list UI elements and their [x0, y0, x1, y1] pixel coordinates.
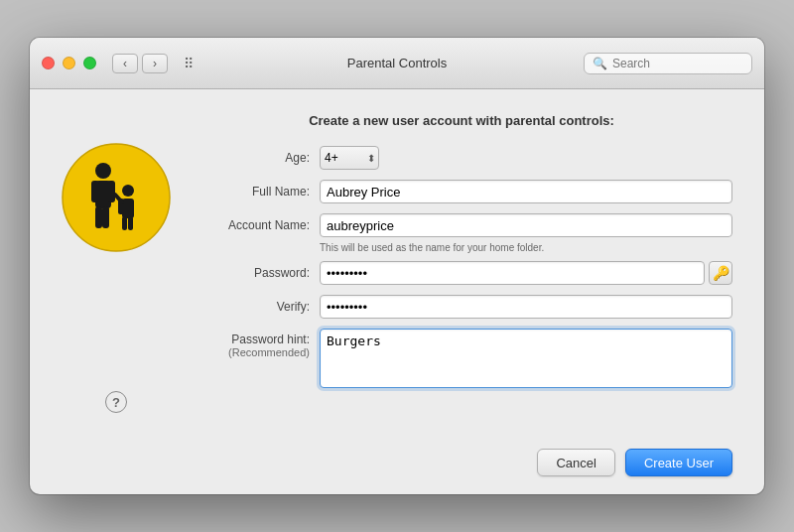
- hint-label-main: Password hint:: [191, 332, 310, 346]
- age-row: Age: 4+ 9+ 12+ 17+: [191, 146, 732, 170]
- search-box[interactable]: 🔍: [584, 53, 752, 74]
- svg-rect-3: [91, 181, 99, 202]
- parental-controls-icon: [62, 143, 171, 252]
- close-button[interactable]: [42, 57, 55, 69]
- fullname-row: Full Name:: [191, 180, 732, 203]
- age-select-container[interactable]: 4+ 9+ 12+ 17+: [320, 146, 379, 170]
- form-area: Create a new user account with parental …: [191, 113, 732, 413]
- password-wrapper: 🔑: [320, 261, 732, 285]
- verify-label: Verify:: [191, 300, 320, 314]
- svg-point-1: [95, 163, 111, 179]
- svg-rect-11: [128, 216, 133, 230]
- age-label: Age:: [191, 151, 320, 165]
- minimize-button[interactable]: [63, 57, 75, 69]
- hint-label: Password hint: (Recommended): [191, 329, 320, 358]
- age-select[interactable]: 4+ 9+ 12+ 17+: [320, 146, 379, 170]
- fullname-label: Full Name:: [191, 185, 320, 199]
- hint-row: Password hint: (Recommended) Burgers: [191, 329, 732, 388]
- verify-row: Verify:: [191, 295, 732, 319]
- hint-label-sub: (Recommended): [191, 346, 310, 358]
- svg-rect-4: [107, 181, 115, 202]
- back-button[interactable]: ‹: [112, 54, 138, 73]
- main-window: ‹ › ⠿ Parental Controls 🔍: [30, 38, 764, 494]
- cancel-button[interactable]: Cancel: [537, 449, 614, 476]
- fullname-input[interactable]: [320, 180, 732, 203]
- search-input[interactable]: [612, 57, 743, 70]
- forward-button[interactable]: ›: [142, 54, 168, 73]
- footer: Cancel Create User: [30, 437, 764, 494]
- grid-button[interactable]: ⠿: [176, 54, 201, 73]
- titlebar: ‹ › ⠿ Parental Controls 🔍: [30, 38, 764, 89]
- help-button[interactable]: ?: [105, 391, 127, 413]
- password-input[interactable]: [320, 261, 705, 285]
- password-row: Password: 🔑: [191, 261, 732, 285]
- verify-input[interactable]: [320, 295, 732, 319]
- accountname-label: Account Name:: [191, 218, 320, 232]
- accountname-input[interactable]: [320, 213, 732, 237]
- svg-rect-6: [102, 206, 109, 228]
- key-button[interactable]: 🔑: [709, 261, 732, 285]
- hint-textarea[interactable]: Burgers: [320, 329, 732, 388]
- form-heading: Create a new user account with parental …: [191, 113, 732, 128]
- window-title: Parental Controls: [347, 56, 447, 70]
- accountname-row: Account Name:: [191, 213, 732, 237]
- maximize-button[interactable]: [83, 57, 96, 69]
- icon-area: ?: [62, 113, 171, 413]
- svg-rect-5: [95, 206, 102, 228]
- svg-point-7: [122, 185, 134, 197]
- password-label: Password:: [191, 266, 320, 280]
- traffic-lights: [42, 57, 96, 69]
- content-area: ? Create a new user account with parenta…: [30, 89, 764, 437]
- svg-rect-10: [122, 216, 127, 230]
- create-user-button[interactable]: Create User: [625, 449, 732, 476]
- nav-buttons: ‹ ›: [112, 54, 168, 73]
- accountname-hint: This will be used as the name for your h…: [320, 242, 732, 253]
- search-icon: 🔍: [593, 57, 607, 70]
